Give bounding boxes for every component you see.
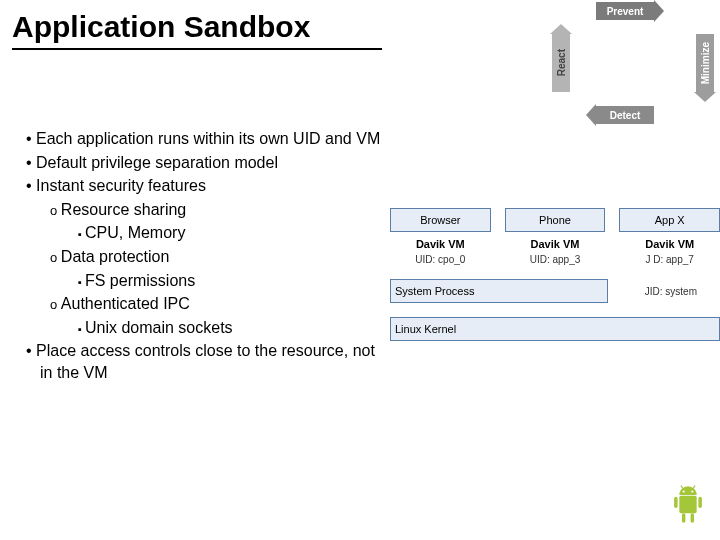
list-item: Unix domain sockets xyxy=(22,317,382,339)
cycle-minimize: Minimize xyxy=(696,34,714,92)
svg-point-7 xyxy=(683,490,685,492)
list-item: Authenticated IPC xyxy=(22,293,382,315)
list-item: Default privilege separation model xyxy=(22,152,382,174)
list-item: Data protection xyxy=(22,246,382,268)
svg-rect-3 xyxy=(682,513,685,523)
list-item: Place access controls close to the resou… xyxy=(22,340,382,383)
list-item: Resource sharing xyxy=(22,199,382,221)
svg-rect-2 xyxy=(698,497,701,508)
list-item: Each application runs within its own UID… xyxy=(22,128,382,150)
app-column: Browser Davik VM UID: cpo_0 xyxy=(390,208,491,265)
app-column: Phone Davik VM UID: app_3 xyxy=(505,208,606,265)
slide-title: Application Sandbox xyxy=(12,10,382,50)
app-box: App X xyxy=(619,208,720,232)
uid-label: J D: app_7 xyxy=(619,254,720,265)
svg-rect-1 xyxy=(674,497,677,508)
cycle-prevent: Prevent xyxy=(596,2,654,20)
system-uid-label: JID: system xyxy=(622,286,720,297)
cycle-react: React xyxy=(552,34,570,92)
architecture-diagram: Browser Davik VM UID: cpo_0 Phone Davik … xyxy=(390,208,720,341)
cycle-detect: Detect xyxy=(596,106,654,124)
system-process-box: System Process xyxy=(390,279,608,303)
bullet-list: Each application runs within its own UID… xyxy=(22,128,382,386)
vm-label: Davik VM xyxy=(390,238,491,250)
app-box: Phone xyxy=(505,208,606,232)
app-column: App X Davik VM J D: app_7 xyxy=(619,208,720,265)
list-item: Instant security features xyxy=(22,175,382,197)
list-item: FS permissions xyxy=(22,270,382,292)
uid-label: UID: app_3 xyxy=(505,254,606,265)
list-item: CPU, Memory xyxy=(22,222,382,244)
vm-label: Davik VM xyxy=(619,238,720,250)
android-logo-icon xyxy=(666,482,710,534)
svg-point-8 xyxy=(691,490,693,492)
svg-rect-4 xyxy=(691,513,694,523)
svg-rect-0 xyxy=(679,496,696,513)
kernel-box: Linux Kernel xyxy=(390,317,720,341)
app-box: Browser xyxy=(390,208,491,232)
cycle-diagram: Prevent Minimize Detect React xyxy=(534,2,714,132)
vm-label: Davik VM xyxy=(505,238,606,250)
uid-label: UID: cpo_0 xyxy=(390,254,491,265)
